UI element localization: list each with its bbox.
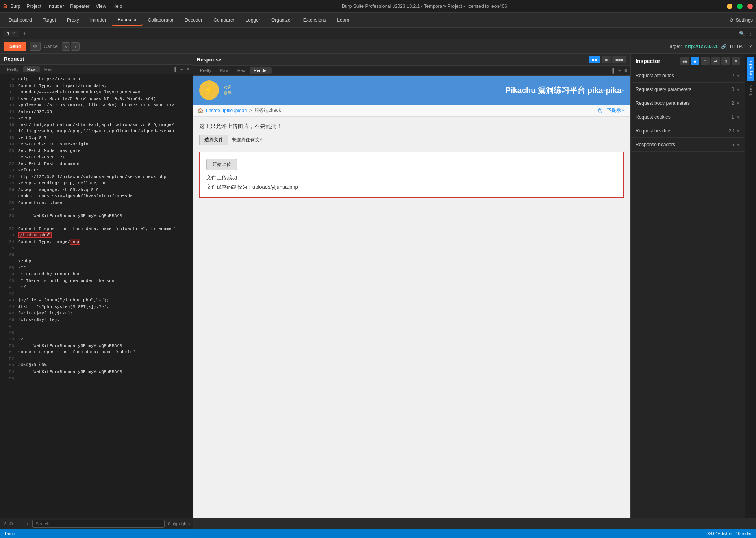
line-number: 52 [3, 356, 14, 362]
side-tab-notes[interactable]: Notes [747, 82, 754, 100]
line-content [18, 252, 189, 258]
close-button[interactable] [747, 4, 753, 9]
view-grid-btn[interactable]: ■■■ [612, 56, 626, 63]
line-number: 25 [3, 180, 14, 187]
more-options-icon[interactable]: ⋮ [748, 31, 753, 36]
tab-raw[interactable]: Raw [23, 66, 40, 72]
maximize-button[interactable] [737, 4, 743, 9]
breadcrumb-bar: 🏠 unsafe upfileupload > 服务端check 点一下提示→ [193, 105, 630, 117]
nav-proxy[interactable]: Proxy [61, 15, 85, 25]
line-number: 38 [3, 265, 14, 271]
protocol-label[interactable]: HTTP/1 [730, 44, 746, 49]
code-line: 16text/html,application/xhtml+xml,applic… [0, 122, 193, 128]
inspector-count-req-headers: 20 ▼ [729, 128, 740, 134]
inspector-row-body-params[interactable]: Request body parameters 2 ▼ [631, 96, 745, 110]
send-button[interactable]: Send [4, 42, 26, 51]
nav-logger[interactable]: Logger [240, 15, 266, 25]
line-content: fclose($myfile); [18, 317, 189, 323]
nav-decoder[interactable]: Decoder [179, 15, 208, 25]
inspector-align-left-btn[interactable]: ≡ [701, 57, 710, 65]
inspector-close-btn[interactable]: ✕ [732, 57, 740, 65]
menu-intruder[interactable]: Intruder [48, 4, 64, 9]
side-tab-inspector[interactable]: Inspector [747, 57, 754, 81]
send-settings-button[interactable]: ⚙ [30, 42, 41, 51]
nav-learn[interactable]: Learn [332, 15, 355, 25]
resp-tab-render[interactable]: Render [250, 67, 272, 74]
choose-file-button[interactable]: 选择文件 [199, 135, 228, 145]
hint-link[interactable]: 点一下提示→ [597, 107, 626, 114]
menu-repeater[interactable]: Repeater [70, 4, 89, 9]
more-icon[interactable]: ≡ [187, 67, 189, 72]
bottom-forward-icon[interactable]: → [24, 521, 29, 527]
nav-extensions[interactable]: Extensions [298, 15, 332, 25]
nav-organizer[interactable]: Organizer [266, 15, 298, 25]
line-content: ;v=b3;q=0.7 [18, 135, 189, 141]
resp-icon3[interactable]: ≡ [624, 68, 627, 73]
menu-burp[interactable]: Burp [10, 4, 20, 9]
inspector-row-req-headers[interactable]: Request headers 20 ▼ [631, 124, 745, 138]
nav-dashboard[interactable]: Dashboard [3, 15, 37, 25]
nav-collaborator[interactable]: Collaborator [143, 15, 179, 25]
pikachu-avatar: ⚡ [199, 80, 219, 100]
search-tab-icon[interactable]: 🔍 [739, 31, 745, 36]
minimize-button[interactable] [727, 4, 732, 9]
cancel-button[interactable]: Cancel [44, 44, 58, 49]
line-content: boundary=----WebKitFormBoundaryNElmyVtcQ… [18, 89, 189, 96]
target-link-icon[interactable]: 🔗 [721, 44, 727, 49]
bottom-settings-icon[interactable]: ⚙ [9, 521, 13, 527]
inspector-row-cookies[interactable]: Request cookies 1 ▼ [631, 110, 745, 124]
code-line: 42 [0, 291, 193, 297]
inspector-layout-btn1[interactable]: ■■ [680, 57, 689, 65]
breadcrumb-link1[interactable]: unsafe upfileupload [206, 108, 247, 113]
pretty-print-icon[interactable]: ▌ [174, 67, 178, 72]
code-line: 17if,image/webp,image/apng,*/*;q=0.8,app… [0, 128, 193, 135]
tab-close-icon[interactable]: ✕ [12, 31, 15, 35]
inspector-align-right-btn[interactable]: ⇄ [711, 57, 720, 65]
bottom-help-icon[interactable]: ? [3, 521, 6, 527]
nav-comparer[interactable]: Comparer [208, 15, 240, 25]
resp-icon1[interactable]: ▌ [612, 68, 616, 73]
inspector-layout-btn2[interactable]: ■ [691, 57, 699, 65]
add-tab-button[interactable]: + [20, 30, 29, 37]
nav-intruder[interactable]: Intruder [85, 15, 112, 25]
prev-request-button[interactable]: ‹ [62, 42, 70, 51]
code-line: 34Content-Type: image/pnp [0, 239, 193, 245]
line-content [18, 219, 189, 226]
next-request-button[interactable]: › [71, 42, 80, 51]
bottom-bar: ? ⚙ ← → 0 highlights [0, 518, 193, 529]
resp-tab-pretty[interactable]: Pretty [196, 67, 215, 74]
line-number: 19 [3, 141, 14, 148]
tab-1[interactable]: 1 ✕ [3, 30, 19, 37]
resp-tab-hex[interactable]: Hex [233, 67, 249, 74]
start-upload-button[interactable]: 开始上传 [206, 159, 237, 170]
tab-hex[interactable]: Hex [41, 66, 56, 72]
settings-button[interactable]: ⚙ Settings [729, 17, 753, 23]
search-input[interactable] [32, 520, 165, 528]
menu-view[interactable]: View [96, 4, 106, 9]
code-line: 50------WebKitFormBoundaryNElmyVtcQEoPBA… [0, 343, 193, 349]
inspector-row-resp-headers[interactable]: Response headers 6 ▼ [631, 138, 745, 152]
help-icon[interactable]: ? [749, 44, 752, 49]
inspector-settings-btn[interactable]: ⚙ [721, 57, 730, 65]
title-bar-left: B Burp Project Intruder Repeater View He… [3, 3, 122, 9]
line-wrap-icon[interactable]: ↵ [180, 67, 184, 72]
menu-help[interactable]: Help [112, 4, 122, 9]
menu-project[interactable]: Project [26, 4, 41, 9]
nav-target[interactable]: Target [37, 15, 61, 25]
view-split-btn[interactable]: ■■ [589, 56, 600, 63]
line-number: 48 [3, 330, 14, 336]
bottom-back-icon[interactable]: ← [17, 521, 21, 527]
tab-pretty[interactable]: Pretty [3, 66, 22, 72]
nav-repeater[interactable]: Repeater [112, 15, 142, 26]
resp-tab-raw[interactable]: Raw [216, 67, 233, 74]
code-line: 26Accept-Language: zh-CN,zh;q=0.9 [0, 187, 193, 193]
window-title: Burp Suite Professional v2023.10.2.1 - T… [342, 4, 507, 9]
inspector-row-request-attrs[interactable]: Request attributes 2 ▼ [631, 69, 745, 83]
pikachu-header: ⚡ 欢迎 嘉年 Pikachu 漏洞练习平台 pika-pika- [193, 76, 630, 105]
inspector-row-query-params[interactable]: Request query parameters 0 ▼ [631, 83, 745, 96]
target-label: Target: [667, 44, 682, 49]
view-single-btn[interactable]: ■ [602, 56, 611, 63]
resp-icon2[interactable]: ↵ [618, 68, 622, 73]
code-line: 21Sec-Fetch-User: ?1 [0, 154, 193, 161]
request-editor[interactable]: 9Origin: http://127.0.0.110Content-Type:… [0, 74, 193, 518]
